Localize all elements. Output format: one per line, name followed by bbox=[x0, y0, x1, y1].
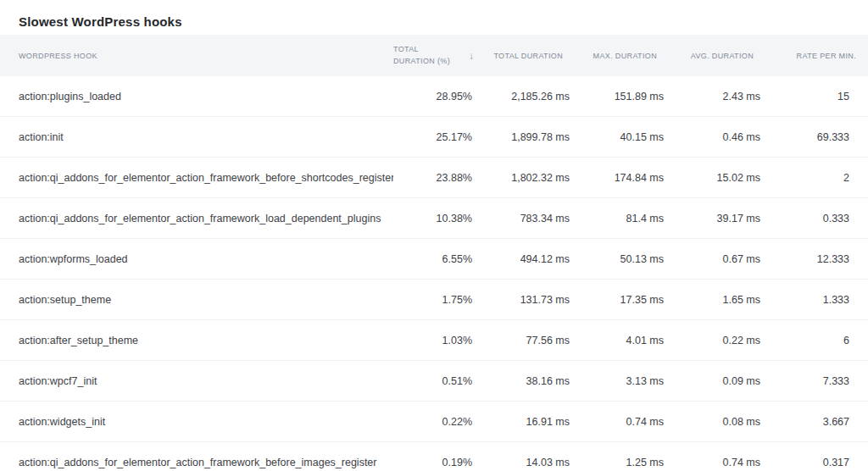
table-row: action:wpforms_loaded 6.55% 494.12 ms 50… bbox=[0, 239, 868, 280]
cell-total-duration: 494.12 ms bbox=[491, 239, 588, 280]
cell-avg-duration: 0.09 ms bbox=[682, 361, 779, 402]
table-row: action:init 25.17% 1,899.78 ms 40.15 ms … bbox=[0, 117, 868, 158]
cell-rate-per-min: 0.317 bbox=[779, 442, 868, 471]
cell-total-duration: 38.16 ms bbox=[491, 361, 588, 402]
table-row: action:qi_addons_for_elementor_action_fr… bbox=[0, 442, 868, 471]
cell-max-duration: 17.35 ms bbox=[588, 280, 682, 320]
column-header-total-duration-pct-label: TOTAL DURATION (%) bbox=[393, 44, 461, 67]
table-row: action:qi_addons_for_elementor_action_fr… bbox=[0, 198, 868, 239]
cell-max-duration: 1.25 ms bbox=[588, 442, 682, 471]
cell-avg-duration: 1.65 ms bbox=[682, 280, 779, 320]
cell-total-duration-pct: 0.19% bbox=[393, 442, 491, 471]
page-title: Slowest WordPress hooks bbox=[0, 0, 868, 35]
cell-wordpress-hook: action:qi_addons_for_elementor_action_fr… bbox=[0, 198, 393, 239]
cell-avg-duration: 0.74 ms bbox=[682, 442, 779, 471]
cell-wordpress-hook: action:wpforms_loaded bbox=[0, 239, 393, 280]
cell-total-duration-pct: 28.95% bbox=[393, 76, 491, 117]
cell-wordpress-hook: action:widgets_init bbox=[0, 402, 393, 442]
cell-total-duration: 1,802.32 ms bbox=[491, 158, 588, 198]
cell-avg-duration: 15.02 ms bbox=[682, 158, 779, 198]
column-header-wordpress-hook[interactable]: WORDPRESS HOOK bbox=[0, 35, 393, 76]
cell-max-duration: 151.89 ms bbox=[588, 76, 682, 117]
cell-total-duration: 16.91 ms bbox=[491, 402, 588, 442]
cell-max-duration: 40.15 ms bbox=[588, 117, 682, 158]
column-header-avg-duration[interactable]: AVG. DURATION bbox=[682, 35, 779, 76]
cell-total-duration: 77.56 ms bbox=[491, 320, 588, 361]
cell-total-duration-pct: 25.17% bbox=[393, 117, 491, 158]
cell-total-duration: 1,899.78 ms bbox=[491, 117, 588, 158]
table-row: action:plugins_loaded 28.95% 2,185.26 ms… bbox=[0, 76, 868, 117]
cell-avg-duration: 0.67 ms bbox=[682, 239, 779, 280]
cell-avg-duration: 39.17 ms bbox=[682, 198, 779, 239]
column-header-max-duration[interactable]: MAX. DURATION bbox=[588, 35, 682, 76]
cell-total-duration-pct: 0.22% bbox=[393, 402, 491, 442]
sort-descending-icon[interactable]: ↓ bbox=[469, 51, 474, 61]
table-row: action:widgets_init 0.22% 16.91 ms 0.74 … bbox=[0, 402, 868, 442]
cell-avg-duration: 0.46 ms bbox=[682, 117, 779, 158]
cell-total-duration-pct: 10.38% bbox=[393, 198, 491, 239]
cell-rate-per-min: 15 bbox=[779, 76, 868, 117]
cell-rate-per-min: 69.333 bbox=[779, 117, 868, 158]
cell-rate-per-min: 3.667 bbox=[779, 402, 868, 442]
cell-wordpress-hook: action:setup_theme bbox=[0, 280, 393, 320]
cell-rate-per-min: 12.333 bbox=[779, 239, 868, 280]
cell-wordpress-hook: action:init bbox=[0, 117, 393, 158]
slowest-hooks-panel: Slowest WordPress hooks WORDPRESS HOOK T… bbox=[0, 0, 868, 471]
cell-rate-per-min: 1.333 bbox=[779, 280, 868, 320]
cell-total-duration-pct: 23.88% bbox=[393, 158, 491, 198]
column-header-total-duration-pct[interactable]: TOTAL DURATION (%) ↓ bbox=[393, 35, 491, 76]
cell-max-duration: 0.74 ms bbox=[588, 402, 682, 442]
table-row: action:qi_addons_for_elementor_action_fr… bbox=[0, 158, 868, 198]
cell-total-duration-pct: 0.51% bbox=[393, 361, 491, 402]
cell-rate-per-min: 7.333 bbox=[779, 361, 868, 402]
cell-total-duration-pct: 1.75% bbox=[393, 280, 491, 320]
cell-wordpress-hook: action:qi_addons_for_elementor_action_fr… bbox=[0, 158, 393, 198]
cell-total-duration-pct: 1.03% bbox=[393, 320, 491, 361]
cell-max-duration: 4.01 ms bbox=[588, 320, 682, 361]
hooks-table: WORDPRESS HOOK TOTAL DURATION (%) ↓ TOTA… bbox=[0, 35, 868, 471]
cell-total-duration: 783.34 ms bbox=[491, 198, 588, 239]
cell-max-duration: 81.4 ms bbox=[588, 198, 682, 239]
cell-wordpress-hook: action:after_setup_theme bbox=[0, 320, 393, 361]
cell-max-duration: 3.13 ms bbox=[588, 361, 682, 402]
column-header-total-duration[interactable]: TOTAL DURATION bbox=[491, 35, 588, 76]
cell-max-duration: 174.84 ms bbox=[588, 158, 682, 198]
table-header: WORDPRESS HOOK TOTAL DURATION (%) ↓ TOTA… bbox=[0, 35, 868, 76]
table-body: action:plugins_loaded 28.95% 2,185.26 ms… bbox=[0, 76, 868, 471]
cell-wordpress-hook: action:plugins_loaded bbox=[0, 76, 393, 117]
cell-avg-duration: 2.43 ms bbox=[682, 76, 779, 117]
cell-rate-per-min: 6 bbox=[779, 320, 868, 361]
column-header-rate-per-min[interactable]: RATE PER MIN. bbox=[779, 35, 868, 76]
cell-max-duration: 50.13 ms bbox=[588, 239, 682, 280]
cell-total-duration: 131.73 ms bbox=[491, 280, 588, 320]
cell-wordpress-hook: action:qi_addons_for_elementor_action_fr… bbox=[0, 442, 393, 471]
cell-total-duration: 2,185.26 ms bbox=[491, 76, 588, 117]
cell-avg-duration: 0.22 ms bbox=[682, 320, 779, 361]
table-header-row: WORDPRESS HOOK TOTAL DURATION (%) ↓ TOTA… bbox=[0, 35, 868, 76]
table-row: action:wpcf7_init 0.51% 38.16 ms 3.13 ms… bbox=[0, 361, 868, 402]
cell-avg-duration: 0.08 ms bbox=[682, 402, 779, 442]
cell-wordpress-hook: action:wpcf7_init bbox=[0, 361, 393, 402]
cell-total-duration-pct: 6.55% bbox=[393, 239, 491, 280]
table-row: action:after_setup_theme 1.03% 77.56 ms … bbox=[0, 320, 868, 361]
cell-rate-per-min: 2 bbox=[779, 158, 868, 198]
cell-rate-per-min: 0.333 bbox=[779, 198, 868, 239]
cell-total-duration: 14.03 ms bbox=[491, 442, 588, 471]
table-row: action:setup_theme 1.75% 131.73 ms 17.35… bbox=[0, 280, 868, 320]
